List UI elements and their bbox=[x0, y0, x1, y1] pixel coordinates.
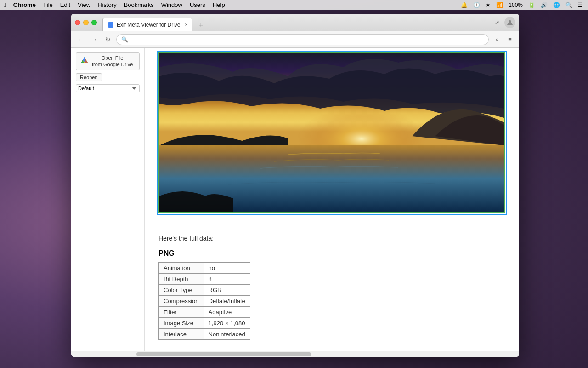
main-inner: Here's the full data: PNG AnimationnoBit… bbox=[145, 48, 519, 351]
title-bar-actions: ⤢ bbox=[492, 17, 515, 28]
table-cell-value: no bbox=[204, 263, 250, 274]
image-container bbox=[158, 52, 505, 213]
forward-button[interactable]: → bbox=[89, 34, 100, 45]
table-row: FilterAdaptive bbox=[159, 307, 250, 318]
full-data-text: Here's the full data: bbox=[158, 235, 505, 242]
table-cell-key: Filter bbox=[159, 307, 204, 318]
tab-label: Exif Meta Viewer for Drive bbox=[117, 22, 181, 28]
nav-bar: ← → ↻ 🔍 » ≡ bbox=[71, 31, 519, 48]
page-content: Open File from Google Drive Reopen Defau… bbox=[71, 48, 519, 351]
menu-bookmarks[interactable]: Bookmarks bbox=[120, 0, 158, 10]
h-scrollbar-thumb[interactable] bbox=[136, 352, 311, 356]
menu-history[interactable]: History bbox=[94, 0, 120, 10]
profile-button[interactable] bbox=[504, 17, 515, 28]
png-data-table: AnimationnoBit Depth8Color TypeRGBCompre… bbox=[158, 262, 250, 340]
table-row: Image Size1,920 × 1,080 bbox=[159, 318, 250, 329]
table-cell-value: Adaptive bbox=[204, 307, 250, 318]
tab-close-button[interactable]: × bbox=[185, 22, 188, 27]
table-cell-key: Bit Depth bbox=[159, 274, 204, 285]
table-cell-value: Noninterlaced bbox=[204, 329, 250, 340]
menu-window[interactable]: Window bbox=[158, 0, 186, 10]
table-cell-value: 1,920 × 1,080 bbox=[204, 318, 250, 329]
menu-file[interactable]: File bbox=[40, 0, 57, 10]
back-button[interactable]: ← bbox=[75, 34, 86, 45]
landscape-svg bbox=[159, 53, 504, 212]
table-row: InterlaceNoninterlaced bbox=[159, 329, 250, 340]
horizontal-scrollbar[interactable] bbox=[71, 351, 519, 356]
fullscreen-button[interactable]: ⤢ bbox=[492, 18, 502, 27]
back-icon: ← bbox=[77, 36, 84, 43]
reload-icon: ↻ bbox=[105, 36, 111, 43]
menu-bar-right: 🔔 🕐 ★ 📶 100% 🔋 🔊 🌐 🔍 ☰ bbox=[459, 2, 588, 8]
google-drive-icon bbox=[80, 57, 89, 66]
table-row: Animationno bbox=[159, 263, 250, 274]
fullscreen-window-button[interactable] bbox=[91, 20, 97, 25]
minimize-window-button[interactable] bbox=[83, 20, 89, 25]
table-cell-key: Interlace bbox=[159, 329, 204, 340]
table-cell-key: Animation bbox=[159, 263, 204, 274]
table-cell-value: 8 bbox=[204, 274, 250, 285]
open-file-button[interactable]: Open File from Google Drive bbox=[76, 52, 140, 70]
tab-favicon-img bbox=[108, 22, 113, 28]
notification-icon[interactable]: 🔔 bbox=[459, 2, 469, 8]
tab-bar: Exif Meta Viewer for Drive × + bbox=[102, 14, 490, 31]
sidebar: Open File from Google Drive Reopen Defau… bbox=[71, 48, 145, 351]
reload-button[interactable]: ↻ bbox=[102, 34, 113, 45]
open-file-label: Open File from Google Drive bbox=[92, 55, 133, 68]
table-cell-key: Compression bbox=[159, 296, 204, 307]
tab-favicon bbox=[107, 22, 114, 28]
control-center-icon[interactable]: ☰ bbox=[577, 2, 584, 8]
address-text: 🔍 bbox=[121, 36, 128, 43]
table-cell-value: RGB bbox=[204, 285, 250, 296]
close-window-button[interactable] bbox=[75, 20, 80, 25]
reopen-button[interactable]: Reopen bbox=[76, 73, 102, 81]
open-file-line1: Open File bbox=[102, 55, 124, 61]
chrome-menu-button[interactable]: ≡ bbox=[504, 34, 515, 45]
active-tab[interactable]: Exif Meta Viewer for Drive × bbox=[102, 18, 192, 31]
table-row: Color TypeRGB bbox=[159, 285, 250, 296]
open-file-line2: from Google Drive bbox=[92, 62, 133, 67]
battery-icon: 🔋 bbox=[527, 2, 537, 8]
title-bar: Exif Meta Viewer for Drive × + ⤢ bbox=[71, 14, 519, 31]
table-row: Bit Depth8 bbox=[159, 274, 250, 285]
main-content-area[interactable]: Here's the full data: PNG AnimationnoBit… bbox=[145, 48, 519, 351]
table-cell-value: Deflate/Inflate bbox=[204, 296, 250, 307]
wifi-icon[interactable]: 📶 bbox=[495, 2, 504, 8]
new-tab-button[interactable]: + bbox=[195, 20, 206, 31]
extensions-button[interactable]: » bbox=[492, 34, 503, 45]
table-cell-key: Image Size bbox=[159, 318, 204, 329]
traffic-lights bbox=[75, 20, 97, 25]
clock-icon: 🕐 bbox=[472, 2, 481, 8]
table-row: CompressionDeflate/Inflate bbox=[159, 296, 250, 307]
content-divider bbox=[158, 227, 505, 227]
apple-menu[interactable]:  bbox=[0, 0, 10, 10]
menu-users[interactable]: Users bbox=[186, 0, 209, 10]
nav-right: » ≡ bbox=[492, 34, 515, 45]
flag-icon: 🌐 bbox=[552, 2, 561, 8]
search-menubar-icon[interactable]: 🔍 bbox=[564, 2, 574, 8]
forward-icon: → bbox=[91, 36, 97, 43]
battery-percent: 100% bbox=[507, 2, 524, 8]
menu-help[interactable]: Help bbox=[209, 0, 229, 10]
chrome-window: Exif Meta Viewer for Drive × + ⤢ ← → ↻ bbox=[71, 14, 519, 356]
table-cell-key: Color Type bbox=[159, 285, 204, 296]
menu-chrome[interactable]: Chrome bbox=[10, 0, 40, 10]
address-bar[interactable]: 🔍 bbox=[116, 34, 489, 45]
landscape-image bbox=[159, 53, 504, 212]
png-section-heading: PNG bbox=[158, 249, 505, 258]
bluetooth-icon[interactable]: ★ bbox=[484, 2, 492, 8]
menu-bar:  Chrome File Edit View History Bookmark… bbox=[0, 0, 588, 10]
svg-marker-5 bbox=[85, 58, 88, 63]
menu-edit[interactable]: Edit bbox=[57, 0, 74, 10]
volume-icon[interactable]: 🔊 bbox=[539, 2, 549, 8]
menu-view[interactable]: View bbox=[74, 0, 94, 10]
profile-dropdown[interactable]: Default Option 1 Option 2 bbox=[76, 84, 140, 92]
